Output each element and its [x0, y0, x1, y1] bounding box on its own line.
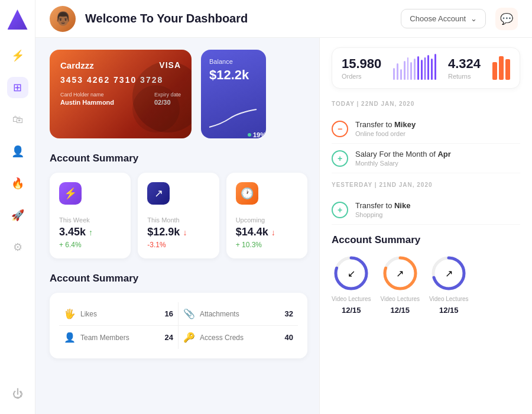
sidebar-item-power[interactable]: ⏻ [7, 383, 28, 405]
transaction-details: Transfer to Nike Shopping [355, 201, 520, 218]
sidebar-item-fire[interactable]: 🔥 [7, 173, 28, 194]
summary-icon-clock: 🕐 [236, 182, 258, 205]
returns-label: Returns [448, 73, 481, 80]
transaction-title: Transfer to Nike [355, 201, 520, 210]
date-header-yesterday: YESTERDAY | 21ND JAN, 2020 [332, 182, 520, 188]
card-network: VISA [159, 60, 181, 70]
donut-label: Video Lectures [381, 296, 420, 302]
summary-change-week: + 6.4% [59, 241, 121, 249]
card-bottom: Card Holder name Austin Hammond Expiry d… [60, 92, 181, 106]
donut-item: ↗ Video Lectures 12/15 [429, 254, 469, 315]
bar [427, 55, 429, 80]
summary-period-month: This Month [147, 216, 209, 224]
transaction-title: Transfer to Mikey [355, 120, 520, 129]
list-item: 📎 Attachments 32 [179, 302, 298, 326]
sidebar-item-bag[interactable]: 🛍 [7, 109, 28, 130]
access-label: Access Creds [200, 334, 280, 342]
summary-icon-bolt: ⚡ [59, 182, 82, 205]
page-title: Welcome To Your Dashboard [85, 12, 391, 25]
donut-container: ↗ [381, 254, 419, 292]
content-area: Cardzzz VISA 3453 4262 7310 3728 Card Ho… [35, 38, 532, 414]
bar [404, 61, 406, 80]
account-summary-section-1: Account Summary ⚡ This Week 3.45k ↑ + 6.… [50, 153, 307, 258]
attachments-label: Attachments [200, 310, 280, 318]
choose-account-button[interactable]: Choose Account ⌄ [401, 9, 486, 28]
account-summary-section-2: Account Summary 🖐 Likes 16 📎 Attachments… [50, 273, 307, 358]
bar [499, 56, 504, 80]
bar [421, 60, 423, 80]
likes-label: Likes [80, 310, 160, 318]
transaction-item: + Transfer to Nike Shopping [332, 195, 520, 225]
summary-change-upcoming: + 10.3% [236, 241, 298, 249]
bar [393, 68, 395, 80]
sidebar-item-user[interactable]: 👤 [7, 141, 28, 162]
account-summary-title-2: Account Summary [50, 273, 307, 284]
donut-icon: ↗ [396, 268, 404, 279]
credit-card: Cardzzz VISA 3453 4262 7310 3728 Card Ho… [50, 50, 192, 138]
chevron-down-icon: ⌄ [471, 14, 477, 23]
bar [492, 62, 497, 80]
donut-item: ↗ Video Lectures 12/15 [381, 254, 420, 315]
summary-icon-arrow: ↗ [147, 182, 170, 205]
donut-value: 12/15 [439, 306, 459, 315]
attachments-value: 32 [285, 309, 293, 318]
card-holder: Card Holder name Austin Hammond [60, 92, 114, 106]
card-expiry: Expiry date 02/30 [154, 92, 181, 106]
balance-card: Balance $12.2k 19% [201, 50, 266, 138]
summary-cards: ⚡ This Week 3.45k ↑ + 6.4% ↗ This Month … [50, 173, 307, 258]
access-icon: 🔑 [183, 332, 195, 343]
donut-container: ↗ [430, 254, 468, 292]
donut-icon: ↙ [348, 268, 355, 279]
bar [410, 62, 412, 80]
access-value: 40 [285, 333, 293, 342]
list-item: 👤 Team Members 24 [59, 326, 179, 349]
plus-icon: + [332, 202, 348, 218]
bar [424, 57, 426, 80]
summary-amount-upcoming: $14.4k ↓ [236, 226, 298, 238]
balance-percentage: 19% [248, 131, 266, 138]
donut-value: 12/15 [342, 306, 361, 315]
bar [434, 54, 436, 80]
donut-item: ↙ Video Lectures 12/15 [332, 254, 371, 315]
account-summary-title-1: Account Summary [50, 153, 307, 164]
sidebar-item-bolt[interactable]: ⚡ [7, 45, 28, 66]
date-header-today: TODAY | 22ND JAN, 2020 [332, 101, 520, 107]
left-panel: Cardzzz VISA 3453 4262 7310 3728 Card Ho… [35, 38, 319, 414]
avatar: 👨🏾 [50, 6, 76, 32]
bar [407, 57, 409, 80]
orders-number: 15.980 [342, 56, 381, 72]
transaction-details: Transfer to Mikey Online food order [355, 120, 520, 137]
returns-stat: 4.324 Returns [448, 56, 481, 80]
bar [431, 59, 433, 80]
donut-value: 12/15 [391, 306, 410, 315]
minus-icon: − [332, 121, 348, 137]
transaction-details: Salary For the Month of Apr Monthly Sala… [355, 150, 520, 167]
sidebar-item-rocket[interactable]: 🚀 [7, 205, 28, 226]
transaction-item: + Salary For the Month of Apr Monthly Sa… [332, 144, 520, 173]
likes-icon: 🖐 [64, 308, 76, 319]
notification-button[interactable]: 💬 [495, 8, 518, 30]
sidebar-item-grid[interactable]: ⊞ [7, 77, 28, 98]
returns-number: 4.324 [448, 56, 481, 72]
likes-value: 16 [165, 309, 173, 318]
stats-row: 15.980 Orders 4.324 Returns [332, 47, 520, 89]
app-logo [8, 9, 28, 30]
stats-grid: 🖐 Likes 16 📎 Attachments 32 👤 Team Membe… [59, 302, 298, 349]
summary-period-week: This Week [59, 216, 121, 224]
transaction-subtitle: Monthly Salary [355, 160, 520, 167]
donut-label: Video Lectures [332, 296, 371, 302]
transaction-item: − Transfer to Mikey Online food order [332, 114, 520, 144]
bar [417, 56, 419, 80]
summary-change-month: -3.1% [147, 241, 209, 249]
balance-chart [209, 88, 258, 130]
transaction-subtitle: Online food order [355, 130, 520, 137]
main-area: 👨🏾 Welcome To Your Dashboard Choose Acco… [35, 0, 532, 414]
plus-icon: + [332, 150, 348, 167]
team-value: 24 [165, 333, 173, 342]
sidebar-item-settings[interactable]: ⚙ [7, 237, 28, 258]
transaction-title: Salary For the Month of Apr [355, 150, 520, 159]
bar [400, 69, 402, 80]
list-item: 🖐 Likes 16 [59, 302, 179, 326]
orders-stat: 15.980 Orders [342, 56, 381, 80]
bar [505, 59, 510, 80]
